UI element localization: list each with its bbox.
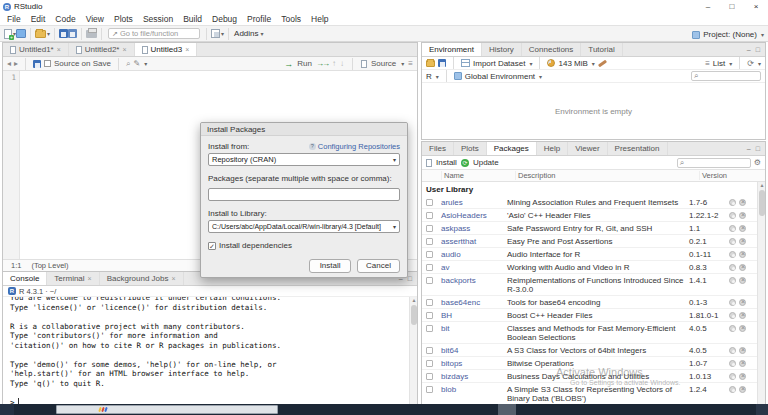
package-remove-icon[interactable] bbox=[739, 251, 746, 258]
package-name-link[interactable]: backports bbox=[441, 276, 507, 285]
package-remove-icon[interactable] bbox=[739, 312, 746, 319]
rerun-icon[interactable]: →→ bbox=[316, 59, 328, 68]
addins-button[interactable]: Addins bbox=[234, 29, 258, 38]
package-name-link[interactable]: BH bbox=[441, 311, 507, 320]
packages-options-icon[interactable]: ⚙ bbox=[754, 158, 761, 167]
package-remove-icon[interactable] bbox=[739, 238, 746, 245]
find-replace-icon[interactable]: ⌕ bbox=[126, 59, 130, 69]
package-website-icon[interactable] bbox=[729, 386, 736, 393]
project-selector[interactable]: Project: (None) ▾ bbox=[692, 26, 764, 43]
install-packages-button[interactable]: Install bbox=[436, 158, 457, 167]
tab-close-icon[interactable]: × bbox=[57, 46, 61, 53]
addins-caret-icon[interactable]: ▾ bbox=[261, 30, 264, 37]
package-checkbox[interactable] bbox=[426, 199, 433, 206]
new-project-icon[interactable] bbox=[16, 29, 26, 38]
taskbar-open-app[interactable] bbox=[498, 404, 516, 415]
tab-files[interactable]: Files bbox=[422, 142, 454, 155]
tab-untitled3[interactable]: Untitled3 × bbox=[135, 43, 198, 56]
package-name-link[interactable]: av bbox=[441, 263, 507, 272]
language-selector[interactable]: R bbox=[426, 72, 432, 81]
packages-search-input[interactable]: ⌕ bbox=[677, 158, 751, 168]
workspace-panes-icon[interactable] bbox=[211, 29, 220, 38]
code-tools-icon[interactable]: ✎ bbox=[133, 59, 140, 68]
scope-indicator[interactable]: (Top Level) bbox=[31, 261, 68, 270]
configuring-repositories-link[interactable]: Configuring Repositories bbox=[318, 142, 400, 151]
clear-objects-icon[interactable] bbox=[598, 59, 607, 67]
tab-environment[interactable]: Environment bbox=[422, 43, 482, 56]
console-output[interactable]: You are welcome to redistribute it under… bbox=[3, 297, 417, 415]
library-select[interactable]: C:/Users/abc/AppData/Local/R/win-library… bbox=[208, 220, 400, 233]
tab-close-icon[interactable]: × bbox=[172, 275, 176, 282]
package-website-icon[interactable] bbox=[729, 325, 736, 332]
pane-minimize-icon[interactable]: – bbox=[747, 145, 751, 152]
load-workspace-icon[interactable] bbox=[426, 60, 435, 67]
package-checkbox[interactable] bbox=[426, 225, 433, 232]
package-website-icon[interactable] bbox=[729, 199, 736, 206]
tab-packages[interactable]: Packages bbox=[487, 142, 537, 155]
window-close-button[interactable]: × bbox=[744, 0, 768, 13]
save-workspace-icon[interactable] bbox=[438, 59, 446, 67]
package-checkbox[interactable] bbox=[426, 325, 433, 332]
source-caret-icon[interactable]: ▾ bbox=[401, 60, 404, 67]
menu-item[interactable]: Edit bbox=[26, 14, 51, 24]
save-all-icon[interactable] bbox=[68, 29, 77, 38]
open-file-icon[interactable] bbox=[35, 30, 46, 38]
package-checkbox[interactable] bbox=[426, 373, 433, 380]
package-remove-icon[interactable] bbox=[739, 347, 746, 354]
taskbar-search-box[interactable] bbox=[56, 405, 278, 414]
print-icon[interactable] bbox=[86, 30, 97, 38]
new-file-icon[interactable]: + bbox=[4, 29, 12, 39]
tab-plots[interactable]: Plots bbox=[454, 142, 487, 155]
column-version[interactable]: Version bbox=[699, 171, 727, 180]
menu-item[interactable]: Code bbox=[50, 14, 80, 24]
package-remove-icon[interactable] bbox=[739, 264, 746, 271]
package-checkbox[interactable] bbox=[426, 238, 433, 245]
go-next-icon[interactable]: ↓ bbox=[340, 59, 344, 68]
tab-close-icon[interactable]: × bbox=[122, 46, 126, 53]
refresh-icon[interactable]: ⟳ bbox=[747, 59, 754, 68]
console-scrollbar[interactable]: ▲ ▼ bbox=[409, 297, 417, 415]
package-checkbox[interactable] bbox=[426, 277, 433, 284]
pane-minimize-icon[interactable]: – bbox=[747, 46, 751, 53]
package-remove-icon[interactable] bbox=[739, 373, 746, 380]
package-name-link[interactable]: AsioHeaders bbox=[441, 211, 507, 220]
package-name-link[interactable]: blob bbox=[441, 385, 507, 394]
menu-item[interactable]: Tools bbox=[276, 14, 306, 24]
package-remove-icon[interactable] bbox=[739, 325, 746, 332]
package-remove-icon[interactable] bbox=[739, 386, 746, 393]
dialog-title[interactable]: Install Packages bbox=[201, 123, 407, 136]
package-name-link[interactable]: askpass bbox=[441, 224, 507, 233]
run-button[interactable]: Run bbox=[297, 59, 312, 68]
column-name[interactable]: Name bbox=[441, 171, 515, 180]
package-website-icon[interactable] bbox=[729, 347, 736, 354]
install-dependencies-checkbox[interactable]: ✓ bbox=[208, 242, 216, 250]
package-website-icon[interactable] bbox=[729, 238, 736, 245]
go-previous-icon[interactable]: ↑ bbox=[332, 59, 336, 68]
menu-item[interactable]: Build bbox=[178, 14, 207, 24]
open-file-caret-icon[interactable]: ▾ bbox=[47, 30, 50, 37]
package-website-icon[interactable] bbox=[729, 299, 736, 306]
package-checkbox[interactable] bbox=[426, 360, 433, 367]
save-source-icon[interactable] bbox=[33, 60, 41, 68]
window-maximize-button[interactable]: □ bbox=[720, 0, 744, 13]
package-website-icon[interactable] bbox=[729, 373, 736, 380]
goto-file-search[interactable]: ↗ Go to file/function bbox=[108, 28, 200, 39]
update-packages-button[interactable]: Update bbox=[473, 158, 499, 167]
package-name-link[interactable]: bit64 bbox=[441, 346, 507, 355]
package-checkbox[interactable] bbox=[426, 386, 433, 393]
package-website-icon[interactable] bbox=[729, 277, 736, 284]
code-tools-caret-icon[interactable]: ▾ bbox=[144, 60, 147, 67]
package-name-link[interactable]: bit bbox=[441, 324, 507, 333]
package-website-icon[interactable] bbox=[729, 212, 736, 219]
packages-input[interactable] bbox=[208, 188, 400, 201]
pane-maximize-icon[interactable]: □ bbox=[408, 275, 412, 282]
run-icon[interactable]: → bbox=[284, 59, 293, 69]
pane-maximize-icon[interactable]: □ bbox=[756, 145, 760, 152]
menu-item[interactable]: Profile bbox=[242, 14, 276, 24]
environment-scope-selector[interactable]: Global Environment bbox=[465, 72, 535, 81]
package-name-link[interactable]: bizdays bbox=[441, 372, 507, 381]
package-remove-icon[interactable] bbox=[739, 360, 746, 367]
tab-terminal[interactable]: Terminal × bbox=[47, 272, 99, 285]
package-remove-icon[interactable] bbox=[739, 277, 746, 284]
package-checkbox[interactable] bbox=[426, 212, 433, 219]
